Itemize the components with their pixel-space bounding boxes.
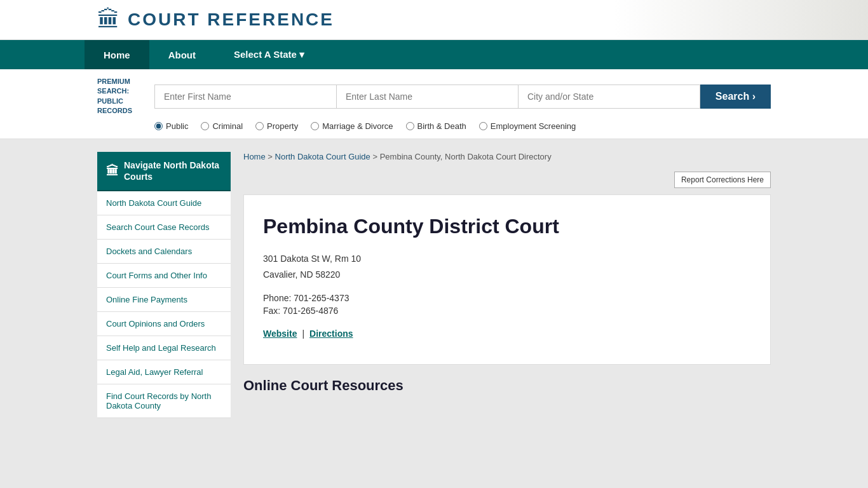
court-phone: Phone: 701-265-4373 bbox=[263, 293, 751, 303]
court-name: Pembina County District Court bbox=[263, 214, 751, 238]
logo-area[interactable]: 🏛 COURT REFERENCE bbox=[97, 6, 334, 33]
sidebar-item-nd-court-guide[interactable]: North Dakota Court Guide bbox=[97, 191, 231, 215]
city-state-input[interactable] bbox=[518, 85, 700, 109]
sidebar-item-online-fine-payments[interactable]: Online Fine Payments bbox=[97, 288, 231, 312]
court-address: 301 Dakota St W, Rm 10 Cavalier, ND 5822… bbox=[263, 251, 751, 283]
court-card: Pembina County District Court 301 Dakota… bbox=[243, 194, 771, 365]
sidebar-item-find-records[interactable]: Find Court Records by North Dakota Count… bbox=[97, 384, 231, 418]
radio-birth-death[interactable]: Birth & Death bbox=[406, 121, 466, 131]
court-fax: Fax: 701-265-4876 bbox=[263, 306, 751, 316]
first-name-input[interactable] bbox=[154, 85, 336, 109]
breadcrumb-current: Pembina County, North Dakota Court Direc… bbox=[380, 152, 552, 161]
search-button[interactable]: Search › bbox=[700, 85, 771, 109]
radio-public[interactable]: Public bbox=[154, 121, 188, 131]
main-content: 🏛 Navigate North Dakota Courts North Dak… bbox=[85, 152, 783, 418]
radio-property[interactable]: Property bbox=[255, 121, 298, 131]
site-title: COURT REFERENCE bbox=[128, 10, 334, 30]
site-header: 🏛 COURT REFERENCE bbox=[0, 0, 868, 40]
sidebar-header: 🏛 Navigate North Dakota Courts bbox=[97, 152, 231, 191]
radio-employment[interactable]: Employment Screening bbox=[479, 121, 576, 131]
sidebar-courthouse-icon: 🏛 bbox=[106, 163, 119, 179]
sidebar: 🏛 Navigate North Dakota Courts North Dak… bbox=[97, 152, 231, 418]
premium-label: PREMIUM SEARCH: PUBLIC RECORDS bbox=[97, 77, 154, 116]
courthouse-icon: 🏛 bbox=[97, 6, 120, 33]
online-resources-title: Online Court Resources bbox=[243, 377, 771, 394]
radio-criminal[interactable]: Criminal bbox=[201, 121, 243, 131]
nav-select-state[interactable]: Select A State ▾ bbox=[215, 40, 323, 69]
search-bar: PREMIUM SEARCH: PUBLIC RECORDS Search › … bbox=[0, 69, 868, 139]
last-name-input[interactable] bbox=[336, 85, 518, 109]
court-links: Website | Directions bbox=[263, 329, 751, 339]
content-area: Home > North Dakota Court Guide > Pembin… bbox=[243, 152, 771, 418]
website-link[interactable]: Website bbox=[263, 329, 297, 339]
breadcrumb-guide[interactable]: North Dakota Court Guide bbox=[275, 152, 370, 161]
breadcrumb-home[interactable]: Home bbox=[243, 152, 266, 161]
sidebar-item-search-case-records[interactable]: Search Court Case Records bbox=[97, 215, 231, 240]
nav-about[interactable]: About bbox=[149, 40, 215, 69]
sidebar-item-legal-aid[interactable]: Legal Aid, Lawyer Referral bbox=[97, 360, 231, 384]
sidebar-header-label: Navigate North Dakota Courts bbox=[124, 159, 222, 182]
nav-home[interactable]: Home bbox=[85, 40, 149, 69]
radio-marriage-divorce[interactable]: Marriage & Divorce bbox=[311, 121, 393, 131]
sidebar-item-court-opinions[interactable]: Court Opinions and Orders bbox=[97, 312, 231, 336]
breadcrumb: Home > North Dakota Court Guide > Pembin… bbox=[243, 152, 771, 161]
directions-link[interactable]: Directions bbox=[309, 329, 353, 339]
navbar: Home About Select A State ▾ bbox=[0, 40, 868, 69]
sidebar-item-self-help[interactable]: Self Help and Legal Research bbox=[97, 336, 231, 360]
sidebar-item-dockets-calendars[interactable]: Dockets and Calendars bbox=[97, 240, 231, 264]
report-corrections-button[interactable]: Report Corrections Here bbox=[674, 172, 771, 188]
sidebar-item-court-forms[interactable]: Court Forms and Other Info bbox=[97, 264, 231, 288]
